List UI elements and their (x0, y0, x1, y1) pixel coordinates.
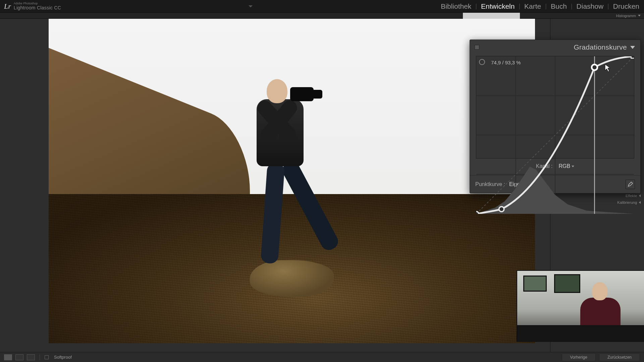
panel-toggle-switch[interactable] (475, 45, 479, 50)
workspace: Effekte Kalibrierung Gradationskurve 74,… (0, 19, 644, 352)
svg-point-9 (499, 206, 504, 212)
module-book[interactable]: Buch (550, 2, 568, 10)
app-root: Lr Adobe Photoshop Lightroom Classic CC … (0, 0, 644, 362)
svg-rect-11 (631, 56, 634, 58)
tone-curve-panel: Gradationskurve 74,9 / 93,3 % (470, 40, 641, 193)
histogram-header[interactable]: Histogramm (0, 13, 644, 19)
module-library[interactable]: Bibliothek (440, 2, 472, 10)
chevron-left-icon (639, 201, 641, 204)
reset-button[interactable]: Zurücksetzen (599, 353, 640, 361)
canvas-area (0, 19, 550, 352)
module-print[interactable]: Drucken (612, 2, 640, 10)
titlebar: Lr Adobe Photoshop Lightroom Classic CC … (0, 0, 644, 13)
module-map[interactable]: Karte (524, 2, 542, 10)
cursor-icon (604, 64, 611, 72)
toolbar-bottom: Softproof Vorherige Zurücksetzen (0, 352, 644, 362)
app-title: Adobe Photoshop Lightroom Classic CC (14, 2, 61, 10)
view-beforeafter-lr-button[interactable] (15, 354, 23, 360)
chevron-left-icon (639, 194, 641, 197)
titlebar-expand-icon[interactable] (61, 5, 440, 7)
histogram-thumb (463, 13, 520, 19)
subject-person (236, 79, 320, 294)
tone-curve-title: Gradationskurve (574, 43, 627, 51)
view-beforeafter-tb-button[interactable] (27, 354, 35, 360)
view-loupe-button[interactable] (4, 354, 12, 360)
chevron-down-icon (638, 15, 641, 16)
module-slideshow[interactable]: Diashow (576, 2, 604, 10)
histogram-label: Histogramm (616, 14, 636, 18)
module-develop[interactable]: Entwickeln (480, 2, 515, 10)
app-logo: Lr (4, 2, 11, 11)
module-picker: Bibliothek| Entwickeln| Karte| Buch| Dia… (440, 2, 640, 10)
svg-point-10 (592, 64, 597, 70)
svg-point-8 (476, 212, 479, 214)
previous-button[interactable]: Vorherige (562, 353, 596, 361)
image-preview[interactable] (49, 19, 535, 343)
softproof-checkbox[interactable] (45, 355, 49, 359)
chevron-down-icon[interactable] (630, 46, 635, 49)
webcam-overlay (517, 270, 644, 342)
tone-curve-graph[interactable]: 74,9 / 93,3 % (476, 56, 634, 159)
softproof-label: Softproof (54, 355, 72, 360)
